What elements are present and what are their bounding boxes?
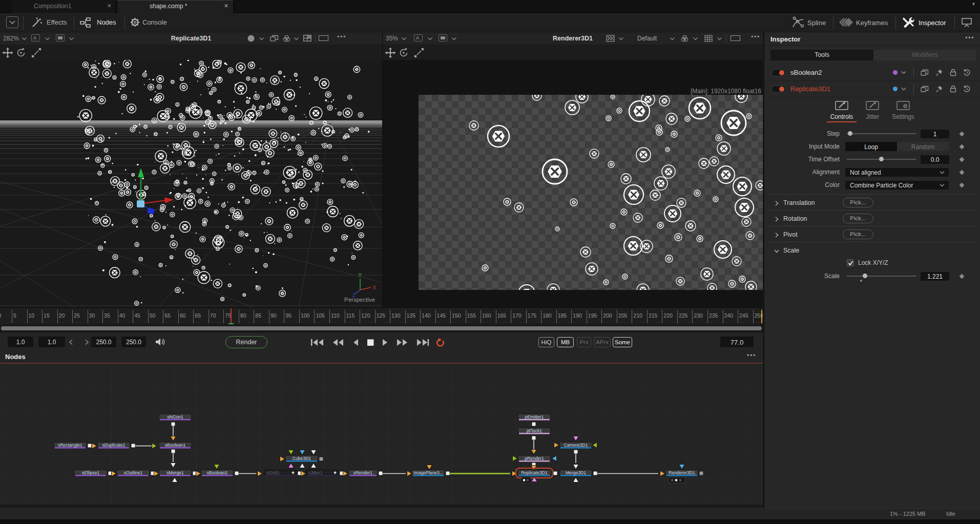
svg-text:sMerge1: sMerge1 — [166, 470, 184, 475]
svg-text:sBoolean2: sBoolean2 — [207, 470, 228, 475]
svg-text:Merge3D1: Merge3D1 — [566, 470, 586, 475]
svg-text:sBoolean1: sBoolean1 — [165, 443, 186, 448]
svg-text:X: X — [372, 284, 377, 290]
svg-text:Renderer3D1: Renderer3D1 — [669, 470, 695, 475]
svg-text:sGrid1: sGrid1 — [266, 470, 280, 475]
svg-text:sJitter1: sJitter1 — [308, 470, 323, 475]
svg-text:Cube3D1: Cube3D1 — [293, 456, 311, 461]
svg-text:sNGon1: sNGon1 — [167, 414, 183, 420]
svg-text:sOutline1: sOutline1 — [124, 470, 143, 475]
svg-text:sRender1: sRender1 — [353, 470, 372, 475]
svg-text:Camera3D1: Camera3D1 — [564, 443, 588, 448]
svg-text:pFlock1: pFlock1 — [527, 428, 542, 433]
svg-text:Replicate3D1: Replicate3D1 — [521, 470, 548, 475]
svg-text:sEllipse1: sEllipse1 — [82, 470, 100, 475]
svg-text:Y: Y — [358, 273, 362, 278]
svg-text:sRectangle1: sRectangle1 — [58, 443, 82, 448]
svg-text:ImagePlane3...: ImagePlane3... — [413, 470, 443, 475]
svg-text:pEmitter1: pEmitter1 — [525, 414, 544, 420]
svg-text:pRender1: pRender1 — [525, 456, 544, 461]
svg-text:sDuplicate1: sDuplicate1 — [102, 443, 126, 448]
